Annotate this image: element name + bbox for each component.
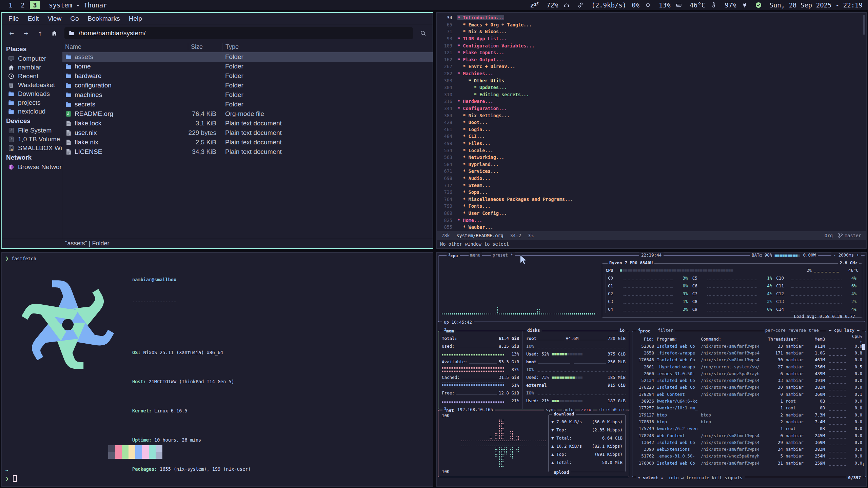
scroll-down-indicator[interactable]: ↓ [862,462,865,467]
proc-scrollbar-thumb[interactable] [862,344,865,350]
path-bar[interactable]: /home/nambiar/system/ [64,27,413,39]
proc-sort-selector[interactable]: ← cpu lazy → [826,328,862,333]
net-device-switcher[interactable]: ←b eth0 n→ [597,407,626,412]
org-heading-line[interactable]: 34 * Introduction... [437,14,863,21]
update-interval[interactable]: - 2000ms + [831,252,861,258]
sidebar-item[interactable]: nextcloud [3,107,61,116]
status-module[interactable]: 72% [547,1,558,9]
up-button[interactable]: ↑ [34,27,46,39]
org-heading-line[interactable]: 461 * Login... [437,126,863,133]
org-heading-line[interactable]: 855 * Waubar... [437,224,863,231]
org-heading-line[interactable]: 384 * Nix Settings... [437,112,863,119]
process-row[interactable]: 52134 Isolated Web Co /nix/store/sm8fmrf… [632,377,866,384]
process-row[interactable]: 178294 Web Content /nix/store/sm8fmrf3wp… [632,391,866,398]
status-module[interactable]: 0% [632,1,639,9]
menu-item[interactable]: Edit [24,14,43,23]
org-heading-line[interactable]: 428 * Boot... [437,119,863,126]
sidebar-item[interactable]: projects [3,98,61,107]
status-module[interactable]: 46°C [690,1,705,9]
sidebar-item[interactable]: Computer [3,54,61,63]
sidebar-item[interactable]: Recent [3,72,61,81]
sidebar-network-item[interactable]: Browse Network [3,163,61,171]
menu-item[interactable]: Bookmarks [84,14,124,23]
filter-button[interactable]: filter [658,328,673,333]
org-heading-line[interactable]: 162 * Flake Output... [437,56,863,63]
forward-button[interactable]: → [20,27,32,39]
process-row[interactable]: 52368 Isolated Web Co /nix/store/sm8fmrf… [632,343,866,349]
org-heading-line[interactable]: 484 * CLI... [437,133,863,140]
home-button[interactable] [48,27,60,39]
process-row[interactable]: 176646 Isolated Web Co /nix/store/sm8fmr… [632,357,866,363]
org-heading-line[interactable]: 109 * Configuration Variables... [437,42,863,49]
process-row[interactable]: 176000 Isolated Web Co /nix/store/sm8fmr… [632,460,866,466]
org-heading-line[interactable]: 534 * Locale... [437,147,863,154]
menu-item[interactable]: View [44,14,65,23]
sidebar-device-item[interactable]: 1,0 TB Volume [3,135,61,144]
process-row[interactable]: 2601 .Hyprland-wrapp /run/current-system… [632,363,866,370]
status-module[interactable] [577,2,586,8]
process-row[interactable]: 3390 WebExtensions /nix/store/sm8fmrf3wp… [632,446,866,452]
zero-button[interactable]: zero [580,407,593,412]
status-module[interactable]: 13% [659,1,670,9]
org-heading-line[interactable]: 65 * Emacs + Org + Tangle... [437,21,863,28]
proc-options[interactable]: per-core reverse tree [764,328,820,333]
file-row[interactable]: assets Folder [62,52,433,62]
file-row[interactable]: user.nix 229 bytes Plain text document [62,128,433,138]
workspace-button[interactable]: 3 [30,1,40,9]
status-module[interactable]: zzz [530,1,541,9]
org-heading-line[interactable]: 563 * Networking... [437,154,863,161]
status-module[interactable] [676,2,684,8]
workspace-button[interactable]: 1 [5,1,16,9]
proc-footer-keys[interactable]: ↑ select ↓ info ↵ terminate kill signals [636,475,745,480]
process-row[interactable]: 177257 kworker/10:1-mm_ 1 root 0B 0.0 [632,405,866,411]
sidebar-item[interactable]: Wastebasket [3,81,61,89]
io-toggle[interactable]: io [618,328,626,333]
org-heading-line[interactable]: 344 * Configuration... [437,105,863,112]
org-heading-line[interactable]: 736 * Sops... [437,189,863,196]
sidebar-device-item[interactable]: File System [3,126,61,135]
preset-button[interactable]: preset * [491,252,515,258]
process-row[interactable]: 178616 btop btop 2 nambiar 7.4M 0.0 [632,418,866,425]
disks-tab[interactable]: disks [526,328,542,333]
workspace-button[interactable]: 2 [18,1,28,9]
org-heading-line[interactable]: 499 * Files... [437,140,863,147]
process-row[interactable]: 38936 kworker/u64:6-kc 1 root 0B 0.0 [632,398,866,404]
menu-item[interactable]: File [5,14,23,23]
status-module[interactable] [742,2,750,8]
file-row[interactable]: flake.lock 3,1 KiB Plain text document [62,119,433,128]
emacs-scrollbar[interactable] [863,15,865,35]
org-heading-line[interactable]: 121 * Flake Inputs... [437,49,863,56]
terminal-window[interactable]: ❯ fastfetch λ λ λ λ λ λ nambiar@smallbox… [1,252,433,487]
file-row[interactable]: flake.nix 2,5 KiB Plain text document [62,138,433,147]
column-size[interactable]: Size [188,43,216,50]
sidebar-item[interactable]: Downloads [3,89,61,98]
org-heading-line[interactable]: 71 * Nix & Nixos... [437,28,863,35]
process-row[interactable]: 2660 .emacs-31.0.50- /nix/store/wnqz5pa8… [632,370,866,377]
org-heading-line[interactable]: 303 * Other Utils [437,77,863,84]
org-heading-line[interactable]: 809 * User Config... [437,210,863,217]
org-heading-line[interactable]: 717 * Steam... [437,182,863,189]
file-row[interactable]: hardware Folder [62,71,433,81]
org-heading-line[interactable]: 316 * Hardware... [437,98,863,105]
back-button[interactable]: ← [5,27,18,39]
org-heading-line[interactable]: 584 * Hyprland... [437,161,863,168]
process-table-header[interactable]: Pid: Program: Command: Threads: User: Me… [632,334,866,343]
sidebar-item[interactable]: nambiar [3,63,61,72]
search-button[interactable] [417,27,429,39]
status-module[interactable]: (2.9kb/s) [591,1,626,9]
process-row[interactable]: 2658 .firefox-wrappe /nix/store/sm8fmrf3… [632,349,866,356]
process-row[interactable]: 51762 .emacs-31.0.50- /nix/store/wnqz5pa… [632,453,866,460]
status-module[interactable]: 97% [725,1,736,9]
org-heading-line[interactable]: 764 * Miscellaneous Packages and Program… [437,196,863,203]
process-row[interactable]: 179127 btop btop 2 nambiar 7.3M 0.0 [632,411,866,418]
process-row[interactable]: 176223 Isolated Web Co /nix/store/sm8fmr… [632,384,866,391]
file-row[interactable]: configuration Folder [62,81,433,90]
org-heading-line[interactable]: 310 * Editing secrets... [437,91,863,98]
file-row[interactable]: README.org 76,4 KiB Org-mode file [62,109,433,119]
file-row[interactable]: home Folder [62,62,433,71]
org-heading-line[interactable]: 698 * Audio... [437,175,863,182]
process-row[interactable]: 175749 kworker/6:2-even 1 root 0B 0.0 [632,425,866,432]
org-heading-line[interactable]: 825 * Home... [437,217,863,224]
status-module[interactable] [645,2,653,8]
cpu-tab[interactable]: 1cpu [447,252,460,258]
